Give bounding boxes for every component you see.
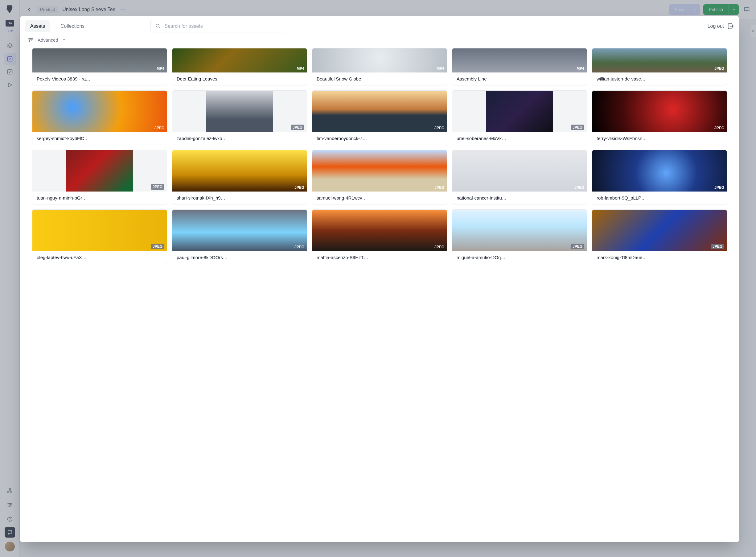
asset-thumbnail: MP4 (32, 49, 167, 72)
asset-title: miguel-a-amutio-DOq… (452, 251, 587, 264)
asset-thumbnail: JPEG (32, 91, 167, 132)
filetype-badge: MP4 (577, 66, 584, 70)
asset-thumbnail: JPEG (172, 210, 307, 251)
asset-thumbnail: JPEG (452, 91, 587, 132)
asset-card[interactable]: JPEGsamuel-wong-4R1wcv… (312, 150, 447, 204)
asset-title: Pexels Videos 3839 - ra… (32, 72, 167, 85)
filetype-badge: JPEG (434, 245, 444, 249)
filetype-badge: MP4 (297, 66, 304, 70)
asset-thumbnail: JPEG (592, 91, 727, 132)
asset-browser-modal: Assets Collections Log out Advanced MP4P… (20, 16, 739, 542)
asset-title: mattia-ascenzo-S9HzT… (312, 251, 447, 264)
asset-title: national-cancer-institu… (452, 192, 587, 204)
filetype-badge: MP4 (157, 66, 164, 70)
asset-title: terry-vlisidis-WsEbnsn… (592, 132, 727, 145)
filetype-badge: MP4 (436, 66, 444, 70)
filetype-badge: JPEG (291, 125, 304, 130)
asset-card[interactable]: JPEGterry-vlisidis-WsEbnsn… (592, 90, 727, 145)
asset-grid-scroll[interactable]: MP4Pexels Videos 3839 - ra…MP4Deer Eatin… (20, 48, 739, 542)
asset-card[interactable]: JPEGmark-konig-Tl8mDaue… (592, 209, 727, 264)
filetype-badge: JPEG (434, 126, 444, 130)
asset-thumbnail: JPEG (172, 91, 307, 132)
asset-card[interactable]: MP4Pexels Videos 3839 - ra… (32, 48, 167, 85)
asset-card[interactable]: MP4Beautiful Snow Globe (312, 48, 447, 85)
asset-thumbnail: JPEG (32, 210, 167, 251)
search-input-wrap (150, 20, 286, 32)
asset-title: samuel-wong-4R1wcv… (312, 192, 447, 204)
asset-card[interactable]: MP4Deer Eating Leaves (172, 48, 307, 85)
svg-point-16 (30, 38, 31, 39)
search-icon (155, 23, 161, 29)
asset-card[interactable]: JPEGrob-lambert-9Q_pLLP… (592, 150, 727, 204)
filetype-badge: JPEG (154, 126, 164, 130)
asset-title: willian-justen-de-vasc… (592, 72, 727, 85)
logout-icon (727, 23, 734, 30)
asset-title: zabdiel-gonzalez-lwxo… (172, 132, 307, 145)
tab-collections[interactable]: Collections (56, 20, 89, 32)
asset-thumbnail: JPEG (452, 210, 587, 251)
asset-thumbnail: JPEG (592, 210, 727, 251)
modal-subheader: Advanced (20, 32, 739, 48)
svg-point-14 (156, 24, 159, 27)
filetype-badge: JPEG (574, 185, 584, 190)
asset-card[interactable]: JPEGnational-cancer-institu… (452, 150, 587, 204)
asset-card[interactable]: JPEGmiguel-a-amutio-DOq… (452, 209, 587, 264)
asset-title: mark-konig-Tl8mDaue… (592, 251, 727, 264)
asset-thumbnail: MP4 (452, 49, 587, 72)
asset-card[interactable]: JPEGtuan-nguy-n-minh-pGr… (32, 150, 167, 204)
asset-thumbnail: JPEG (312, 91, 447, 132)
asset-grid: MP4Pexels Videos 3839 - ra…MP4Deer Eatin… (32, 48, 727, 264)
asset-title: shari-sirotnak-IXh_h9… (172, 192, 307, 204)
asset-title: sergey-shmidt-koy6FlC… (32, 132, 167, 145)
asset-title: uriel-soberanes-MxVk… (452, 132, 587, 145)
asset-thumbnail: JPEG (172, 150, 307, 192)
filetype-badge: JPEG (151, 184, 164, 190)
asset-card[interactable]: JPEGmattia-ascenzo-S9HzT… (312, 209, 447, 264)
filetype-badge: JPEG (711, 244, 724, 249)
asset-card[interactable]: JPEGuriel-soberanes-MxVk… (452, 90, 587, 145)
asset-thumbnail: JPEG (452, 150, 587, 192)
asset-title: tuan-nguy-n-minh-pGr… (32, 192, 167, 204)
filetype-badge: JPEG (151, 244, 164, 249)
asset-thumbnail: JPEG (32, 150, 167, 192)
asset-card[interactable]: JPEGoleg-laptev-hwu-uFaX… (32, 209, 167, 264)
advanced-label[interactable]: Advanced (38, 37, 58, 42)
asset-title: Deer Eating Leaves (172, 72, 307, 85)
svg-point-17 (31, 39, 32, 40)
asset-card[interactable]: JPEGtim-vanderhoydonck-7… (312, 90, 447, 145)
asset-title: oleg-laptev-hwu-uFaX… (32, 251, 167, 264)
asset-thumbnail: JPEG (592, 150, 727, 192)
asset-card[interactable]: JPEGwillian-justen-de-vasc… (592, 48, 727, 85)
filetype-badge: JPEG (571, 244, 584, 249)
asset-title: rob-lambert-9Q_pLLP… (592, 192, 727, 204)
tune-icon[interactable] (28, 37, 34, 43)
asset-thumbnail: MP4 (172, 49, 307, 72)
asset-thumbnail: JPEG (312, 210, 447, 251)
filetype-badge: JPEG (571, 125, 584, 130)
asset-title: Beautiful Snow Globe (312, 72, 447, 85)
asset-thumbnail: JPEG (592, 49, 727, 72)
asset-title: tim-vanderhoydonck-7… (312, 132, 447, 145)
filetype-badge: JPEG (295, 185, 304, 190)
filetype-badge: JPEG (295, 245, 304, 249)
chevron-down-icon[interactable] (62, 38, 66, 42)
asset-title: paul-gilmore-8kDOOrs… (172, 251, 307, 264)
logout-button[interactable]: Log out (707, 23, 734, 30)
filetype-badge: JPEG (715, 66, 724, 70)
search-input[interactable] (164, 24, 281, 29)
filetype-badge: JPEG (715, 185, 724, 190)
asset-thumbnail: MP4 (312, 49, 447, 72)
modal-header: Assets Collections Log out (20, 16, 739, 32)
svg-point-18 (29, 41, 30, 41)
asset-card[interactable]: JPEGshari-sirotnak-IXh_h9… (172, 150, 307, 204)
filetype-badge: JPEG (715, 126, 724, 130)
asset-card[interactable]: JPEGzabdiel-gonzalez-lwxo… (172, 90, 307, 145)
logout-label: Log out (707, 24, 724, 29)
asset-card[interactable]: MP4Assembly Line (452, 48, 587, 85)
asset-title: Assembly Line (452, 72, 587, 85)
filetype-badge: JPEG (434, 185, 444, 190)
asset-thumbnail: JPEG (312, 150, 447, 192)
asset-card[interactable]: JPEGpaul-gilmore-8kDOOrs… (172, 209, 307, 264)
tab-assets[interactable]: Assets (25, 20, 50, 32)
asset-card[interactable]: JPEGsergey-shmidt-koy6FlC… (32, 90, 167, 145)
